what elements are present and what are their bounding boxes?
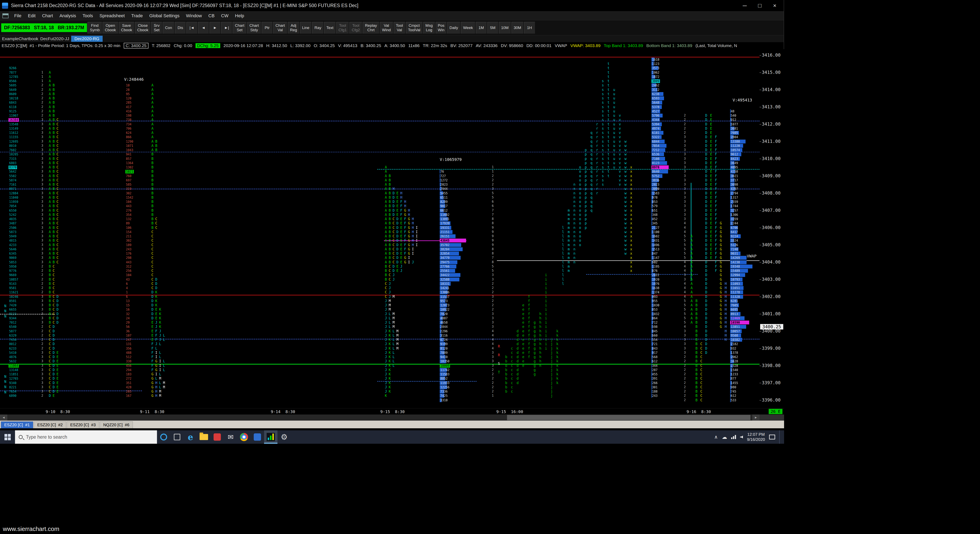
toolbar-button-5m[interactable]: 5M — [487, 22, 498, 33]
toolbar-button-con[interactable]: Con — [163, 22, 174, 33]
tpo-letter: G — [718, 273, 723, 277]
toolbar-button-toolcfg1[interactable]: ToolCfg1 — [336, 22, 349, 33]
taskbar-icon-task-view[interactable] — [170, 430, 184, 444]
tpo-letter: s — [600, 135, 606, 139]
menu-item-chart[interactable]: Chart — [39, 11, 56, 20]
cloud-icon[interactable]: ☁ — [722, 434, 727, 440]
toolbar-button-chartset[interactable]: ChartSet — [232, 22, 247, 33]
minimize-button[interactable]: ─ — [738, 1, 752, 10]
toolbar-button-ray[interactable]: Ray — [312, 22, 323, 33]
taskbar-icon-edge[interactable]: e — [184, 430, 197, 444]
toolbar-button-chartstdy[interactable]: ChartStdy — [247, 22, 261, 33]
scrollbar-thumb[interactable] — [507, 415, 751, 420]
menu-item-file[interactable]: File — [11, 11, 25, 20]
scroll-left-arrow[interactable]: ◄ — [0, 414, 7, 421]
tpo-row: CJ — [384, 281, 391, 286]
toolbar-button-srvset[interactable]: SrvSet — [151, 22, 162, 33]
tpo-letter: l — [560, 277, 566, 282]
tpo-letter: F — [713, 234, 718, 238]
toolbar-button-1m[interactable]: 1M — [476, 22, 487, 33]
toolbar-button-[interactable]: ◄ — [198, 22, 209, 33]
menu-item-edit[interactable]: Edit — [25, 11, 39, 20]
taskbar-icon-store[interactable] — [210, 430, 224, 444]
toolbar-button-[interactable]: ►| — [221, 22, 232, 33]
mdi-child-icon[interactable] — [2, 13, 8, 18]
tpo-count: 6 — [492, 204, 499, 208]
taskbar-icon-chrome[interactable] — [237, 430, 251, 444]
toolbar-button-savecbook[interactable]: SaveCbook — [119, 22, 134, 33]
toolbar-button-cmpcttoolval[interactable]: CmpctToolVal — [406, 22, 423, 33]
toolbar-button-dis[interactable]: Dis — [175, 22, 186, 33]
volume-row: 345 — [651, 221, 685, 225]
restore-button[interactable]: □ — [753, 1, 767, 10]
volume-row: 6233 — [8, 346, 39, 351]
toolbar-button-line[interactable]: Line — [300, 22, 312, 33]
toolbar-button-30m[interactable]: 30M — [512, 22, 523, 33]
menu-item-cb[interactable]: CB — [205, 11, 218, 20]
chart-tab[interactable]: NQZ20 [C] #6 — [100, 421, 133, 428]
toolbar-button-poswin[interactable]: PosWin — [436, 22, 447, 33]
close-button[interactable]: × — [768, 1, 782, 10]
menu-item-help[interactable]: Help — [232, 11, 247, 20]
chart-tab[interactable]: ESZ20 [C] #1 — [1, 421, 33, 428]
tpo-count: 3 — [492, 294, 499, 299]
scroll-right-arrow[interactable]: ► — [752, 414, 760, 421]
toolbar-button-msglog[interactable]: MsgLog — [423, 22, 435, 33]
toolbar-button-text[interactable]: Text — [324, 22, 336, 33]
volume-row: 6 — [125, 282, 146, 286]
network-icon[interactable] — [731, 435, 736, 439]
start-button[interactable] — [0, 430, 15, 444]
volume-value: 132 — [125, 217, 132, 221]
price-axis-label: 3400.00 — [762, 329, 783, 333]
toolbar-button-adjreg[interactable]: AdjReg — [288, 22, 299, 33]
toolbar-button-chartval[interactable]: ChartVal — [273, 22, 287, 33]
volume-row: 845 — [651, 329, 685, 333]
toolbar-button-toolval[interactable]: ToolVal — [394, 22, 405, 33]
toolbar-button-replaychrt[interactable]: ReplayChrt — [363, 22, 379, 33]
chart-tab[interactable]: ESZ20 [C] #3 — [67, 421, 99, 428]
toolbar-button-findsymb[interactable]: FindSymb — [88, 22, 102, 33]
menu-item-cw[interactable]: CW — [218, 11, 232, 20]
tray-chevron-icon[interactable]: ∧ — [714, 434, 718, 440]
toolbar-button-ptr[interactable]: Ptr — [262, 22, 273, 33]
chartbook-label-2[interactable]: DecFut2020-JJ — [40, 36, 69, 41]
taskbar-icon-cortana[interactable] — [157, 430, 170, 444]
taskbar-search-input[interactable]: Type here to search — [15, 430, 157, 444]
toolbar-button-opencbook[interactable]: OpenCbook — [103, 22, 118, 33]
volume-icon[interactable] — [740, 435, 743, 438]
taskbar-icon-settings[interactable]: ⚙ — [277, 430, 291, 444]
chart-tab[interactable]: ESZ20 [C] #2 — [34, 421, 66, 428]
menu-item-window[interactable]: Window — [183, 11, 205, 20]
volume-value: 319 — [125, 187, 132, 191]
tpo-letter: D — [56, 312, 59, 316]
toolbar-button-closecbook[interactable]: CloseCbook — [135, 22, 151, 33]
taskbar-clock[interactable]: 12:07 PM 9/16/2020 — [747, 432, 765, 442]
toolbar-button-10m[interactable]: 10M — [499, 22, 511, 33]
toolbar-button-daily[interactable]: Daily — [447, 22, 460, 33]
menu-item-trade[interactable]: Trade — [128, 11, 146, 20]
toolbar-button-1h[interactable]: 1H — [524, 22, 535, 33]
taskbar-icon-sierra-chart[interactable] — [264, 430, 277, 444]
toolbar-button-[interactable]: |◄ — [186, 22, 197, 33]
menu-item-tools[interactable]: Tools — [79, 11, 96, 20]
menu-item-global-settings[interactable]: Global Settings — [146, 11, 183, 20]
toolbar-button-valwind[interactable]: ValWind — [380, 22, 393, 33]
taskbar-icon-mail[interactable]: ✉ — [224, 430, 237, 444]
menu-item-spreadsheet[interactable]: Spreadsheet — [96, 11, 128, 20]
menu-item-analysis[interactable]: Analysis — [56, 11, 79, 20]
toolbar-button-toolcfg2[interactable]: ToolCfg2 — [350, 22, 362, 33]
horizontal-scrollbar[interactable]: ◄ ► — [0, 414, 784, 421]
taskbar-icon-photos[interactable] — [251, 430, 264, 444]
toolbar-button-week[interactable]: Week — [461, 22, 475, 33]
action-center-icon[interactable] — [769, 435, 775, 440]
volume-row: 2023 — [440, 182, 474, 187]
tpo-letter: D — [704, 161, 709, 165]
tpo-chart-area[interactable]: A1A1A1AB2AB2AB2AB2AB2AB2AB2AB2ABC3ABC3AB… — [0, 49, 784, 408]
show-desktop-button[interactable] — [779, 430, 781, 444]
tpo-letter: p — [583, 152, 589, 156]
taskbar-icon-file-explorer[interactable] — [197, 430, 210, 444]
toolbar-button-[interactable]: ► — [210, 22, 220, 33]
volume-value: 4887 — [440, 317, 448, 320]
chartbook-tab-active[interactable]: Dec2020-RG — [71, 36, 103, 42]
chartbook-label-1[interactable]: ExampleChartbook — [2, 36, 38, 41]
